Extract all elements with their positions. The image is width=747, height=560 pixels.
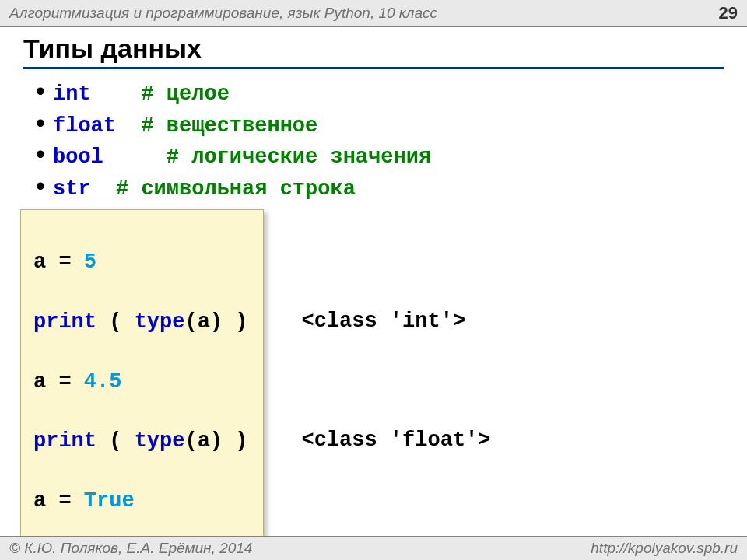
content-area: int # целое float # вещественное bool # … bbox=[0, 72, 747, 560]
code-line: print ( type(a) ) bbox=[33, 426, 247, 456]
type-item-str: str # символьная строка bbox=[36, 173, 724, 205]
footer-bar: © К.Ю. Поляков, Е.А. Ерёмин, 2014 http:/… bbox=[0, 536, 747, 560]
code-line: print ( type(a) ) bbox=[33, 307, 247, 337]
output-line: <class 'int'> bbox=[301, 306, 490, 336]
type-list: int # целое float # вещественное bool # … bbox=[36, 79, 724, 205]
title-row: Типы данных bbox=[0, 27, 747, 72]
slide-title: Типы данных bbox=[23, 33, 724, 69]
code-box: a = 5 print ( type(a) ) a = 4.5 print ( … bbox=[20, 209, 264, 560]
copyright: © К.Ю. Поляков, Е.А. Ерёмин, 2014 bbox=[9, 540, 252, 557]
code-line: a = 4.5 bbox=[33, 367, 247, 397]
type-item-float: float # вещественное bbox=[36, 110, 724, 142]
output-line: <class 'float'> bbox=[301, 425, 490, 455]
code-line: a = True bbox=[33, 486, 247, 516]
output-column: x <class 'int'> x <class 'float'> x <cla… bbox=[264, 209, 490, 560]
type-item-bool: bool # логические значения bbox=[36, 142, 724, 173]
code-line: a = 5 bbox=[33, 247, 247, 277]
course-label: Алгоритмизация и программирование, язык … bbox=[9, 5, 437, 22]
header-bar: Алгоритмизация и программирование, язык … bbox=[0, 0, 747, 27]
footer-link[interactable]: http://kpolyakov.spb.ru bbox=[591, 540, 738, 557]
page-number: 29 bbox=[719, 3, 738, 23]
example-row: a = 5 print ( type(a) ) a = 4.5 print ( … bbox=[20, 209, 724, 560]
type-item-int: int # целое bbox=[36, 79, 724, 110]
